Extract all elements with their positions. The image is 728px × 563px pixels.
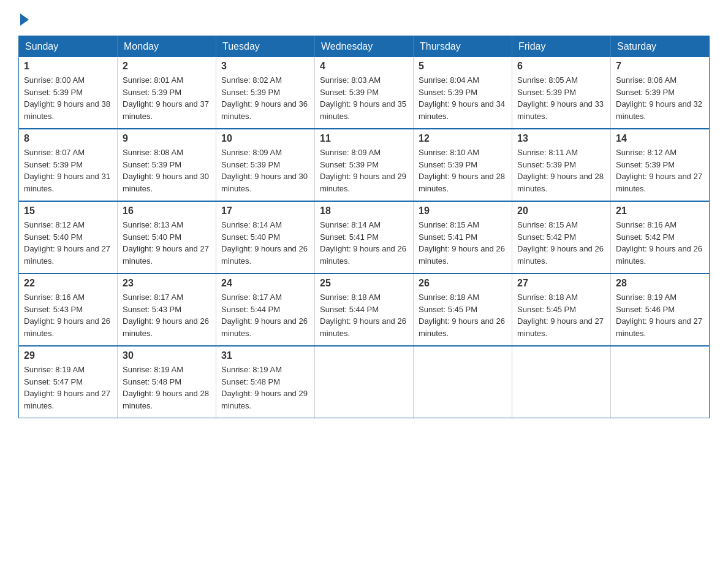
calendar-cell: 28 Sunrise: 8:19 AMSunset: 5:46 PMDaylig… (611, 274, 710, 346)
weekday-header-tuesday: Tuesday (216, 36, 315, 58)
calendar-cell: 1 Sunrise: 8:00 AMSunset: 5:39 PMDayligh… (19, 57, 118, 129)
calendar-cell: 19 Sunrise: 8:15 AMSunset: 5:41 PMDaylig… (414, 201, 512, 274)
day-number: 22 (24, 278, 112, 289)
page-header (18, 12, 710, 23)
calendar-cell: 11 Sunrise: 8:09 AMSunset: 5:39 PMDaylig… (315, 129, 414, 201)
calendar-cell: 17 Sunrise: 8:14 AMSunset: 5:40 PMDaylig… (216, 201, 315, 274)
day-number: 6 (517, 61, 605, 72)
day-number: 1 (24, 61, 112, 72)
day-number: 20 (517, 205, 605, 216)
calendar-cell: 25 Sunrise: 8:18 AMSunset: 5:44 PMDaylig… (315, 274, 414, 346)
day-info: Sunrise: 8:18 AMSunset: 5:44 PMDaylight:… (320, 293, 406, 338)
day-info: Sunrise: 8:07 AMSunset: 5:39 PMDaylight:… (24, 148, 110, 193)
day-info: Sunrise: 8:12 AMSunset: 5:39 PMDaylight:… (616, 148, 702, 193)
calendar-cell: 2 Sunrise: 8:01 AMSunset: 5:39 PMDayligh… (118, 57, 216, 129)
day-number: 14 (616, 133, 704, 144)
day-number: 15 (24, 205, 112, 216)
day-info: Sunrise: 8:14 AMSunset: 5:40 PMDaylight:… (221, 220, 308, 266)
calendar-cell: 3 Sunrise: 8:02 AMSunset: 5:39 PMDayligh… (216, 57, 315, 129)
weekday-header-sunday: Sunday (19, 36, 118, 58)
calendar-cell: 10 Sunrise: 8:09 AMSunset: 5:39 PMDaylig… (216, 129, 315, 201)
calendar-cell: 9 Sunrise: 8:08 AMSunset: 5:39 PMDayligh… (118, 129, 216, 201)
day-number: 10 (221, 133, 309, 144)
day-number: 12 (419, 133, 507, 144)
day-info: Sunrise: 8:10 AMSunset: 5:39 PMDaylight:… (419, 148, 505, 193)
day-number: 7 (616, 61, 704, 72)
day-number: 16 (123, 205, 211, 216)
day-info: Sunrise: 8:01 AMSunset: 5:39 PMDaylight:… (123, 75, 209, 121)
weekday-header-saturday: Saturday (611, 36, 710, 58)
day-info: Sunrise: 8:09 AMSunset: 5:39 PMDaylight:… (221, 148, 308, 193)
calendar-cell: 20 Sunrise: 8:15 AMSunset: 5:42 PMDaylig… (512, 201, 611, 274)
day-info: Sunrise: 8:12 AMSunset: 5:40 PMDaylight:… (24, 220, 110, 266)
calendar-week-row: 29 Sunrise: 8:19 AMSunset: 5:47 PMDaylig… (19, 346, 710, 418)
calendar-week-row: 22 Sunrise: 8:16 AMSunset: 5:43 PMDaylig… (19, 274, 710, 346)
day-info: Sunrise: 8:19 AMSunset: 5:48 PMDaylight:… (123, 365, 209, 410)
calendar-cell: 22 Sunrise: 8:16 AMSunset: 5:43 PMDaylig… (19, 274, 118, 346)
calendar-body: 1 Sunrise: 8:00 AMSunset: 5:39 PMDayligh… (19, 57, 710, 418)
day-number: 23 (123, 278, 211, 289)
day-info: Sunrise: 8:08 AMSunset: 5:39 PMDaylight:… (123, 148, 209, 193)
calendar-header: SundayMondayTuesdayWednesdayThursdayFrid… (19, 36, 710, 58)
day-info: Sunrise: 8:16 AMSunset: 5:43 PMDaylight:… (24, 293, 110, 338)
day-info: Sunrise: 8:03 AMSunset: 5:39 PMDaylight:… (320, 75, 406, 121)
calendar-cell: 23 Sunrise: 8:17 AMSunset: 5:43 PMDaylig… (118, 274, 216, 346)
day-info: Sunrise: 8:02 AMSunset: 5:39 PMDaylight:… (221, 75, 308, 121)
day-number: 29 (24, 350, 112, 361)
day-number: 18 (320, 205, 408, 216)
day-info: Sunrise: 8:11 AMSunset: 5:39 PMDaylight:… (517, 148, 604, 193)
calendar-cell: 8 Sunrise: 8:07 AMSunset: 5:39 PMDayligh… (19, 129, 118, 201)
day-number: 30 (123, 350, 211, 361)
calendar-cell: 5 Sunrise: 8:04 AMSunset: 5:39 PMDayligh… (414, 57, 512, 129)
calendar-week-row: 8 Sunrise: 8:07 AMSunset: 5:39 PMDayligh… (19, 129, 710, 201)
day-info: Sunrise: 8:09 AMSunset: 5:39 PMDaylight:… (320, 148, 406, 193)
day-info: Sunrise: 8:15 AMSunset: 5:42 PMDaylight:… (517, 220, 604, 266)
weekday-header-row: SundayMondayTuesdayWednesdayThursdayFrid… (19, 36, 710, 58)
day-number: 11 (320, 133, 408, 144)
day-number: 24 (221, 278, 309, 289)
day-number: 17 (221, 205, 309, 216)
day-info: Sunrise: 8:16 AMSunset: 5:42 PMDaylight:… (616, 220, 702, 266)
weekday-header-monday: Monday (118, 36, 216, 58)
weekday-header-thursday: Thursday (414, 36, 512, 58)
day-number: 9 (123, 133, 211, 144)
calendar-cell (315, 346, 414, 418)
day-info: Sunrise: 8:18 AMSunset: 5:45 PMDaylight:… (517, 293, 604, 338)
day-number: 19 (419, 205, 507, 216)
calendar-cell: 24 Sunrise: 8:17 AMSunset: 5:44 PMDaylig… (216, 274, 315, 346)
logo-general (18, 12, 29, 26)
day-info: Sunrise: 8:19 AMSunset: 5:48 PMDaylight:… (221, 365, 308, 410)
calendar-cell: 16 Sunrise: 8:13 AMSunset: 5:40 PMDaylig… (118, 201, 216, 274)
calendar-cell: 12 Sunrise: 8:10 AMSunset: 5:39 PMDaylig… (414, 129, 512, 201)
day-info: Sunrise: 8:14 AMSunset: 5:41 PMDaylight:… (320, 220, 406, 266)
calendar-cell: 18 Sunrise: 8:14 AMSunset: 5:41 PMDaylig… (315, 201, 414, 274)
day-number: 25 (320, 278, 408, 289)
weekday-header-friday: Friday (512, 36, 611, 58)
calendar-cell: 15 Sunrise: 8:12 AMSunset: 5:40 PMDaylig… (19, 201, 118, 274)
calendar-cell (512, 346, 611, 418)
calendar-cell: 13 Sunrise: 8:11 AMSunset: 5:39 PMDaylig… (512, 129, 611, 201)
calendar-cell: 14 Sunrise: 8:12 AMSunset: 5:39 PMDaylig… (611, 129, 710, 201)
day-info: Sunrise: 8:17 AMSunset: 5:43 PMDaylight:… (123, 293, 209, 338)
calendar-cell: 4 Sunrise: 8:03 AMSunset: 5:39 PMDayligh… (315, 57, 414, 129)
day-number: 26 (419, 278, 507, 289)
day-number: 13 (517, 133, 605, 144)
day-info: Sunrise: 8:05 AMSunset: 5:39 PMDaylight:… (517, 75, 604, 121)
calendar-cell: 26 Sunrise: 8:18 AMSunset: 5:45 PMDaylig… (414, 274, 512, 346)
day-number: 21 (616, 205, 704, 216)
calendar-cell (611, 346, 710, 418)
day-number: 27 (517, 278, 605, 289)
day-info: Sunrise: 8:19 AMSunset: 5:46 PMDaylight:… (616, 293, 702, 338)
day-number: 4 (320, 61, 408, 72)
day-info: Sunrise: 8:15 AMSunset: 5:41 PMDaylight:… (419, 220, 505, 266)
calendar-cell: 31 Sunrise: 8:19 AMSunset: 5:48 PMDaylig… (216, 346, 315, 418)
day-number: 31 (221, 350, 309, 361)
calendar-week-row: 15 Sunrise: 8:12 AMSunset: 5:40 PMDaylig… (19, 201, 710, 274)
calendar-cell: 30 Sunrise: 8:19 AMSunset: 5:48 PMDaylig… (118, 346, 216, 418)
day-info: Sunrise: 8:06 AMSunset: 5:39 PMDaylight:… (616, 75, 702, 121)
calendar-cell (414, 346, 512, 418)
day-info: Sunrise: 8:18 AMSunset: 5:45 PMDaylight:… (419, 293, 505, 338)
day-number: 2 (123, 61, 211, 72)
day-number: 28 (616, 278, 704, 289)
day-info: Sunrise: 8:00 AMSunset: 5:39 PMDaylight:… (24, 75, 110, 121)
